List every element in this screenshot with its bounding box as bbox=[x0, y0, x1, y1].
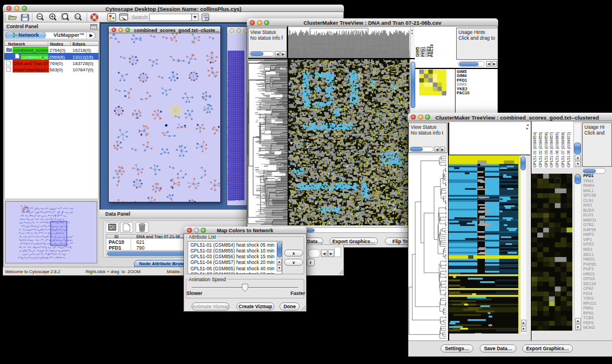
svg-text:GPL51-02 (GSM855): GPL51-02 (GSM855) bbox=[538, 132, 543, 167]
svg-text:GPL51-07 (GSM868): GPL51-07 (GSM868) bbox=[561, 132, 565, 167]
svg-text:GPL51-08 (GSM872): GPL51-08 (GSM872) bbox=[567, 132, 571, 167]
svg-text:GPL51-04 (GSM857): GPL51-04 (GSM857) bbox=[549, 132, 554, 167]
svg-text:GPL51-06 (GSM865): GPL51-06 (GSM865) bbox=[555, 132, 560, 167]
svg-text:1:1: 1:1 bbox=[76, 15, 80, 18]
svg-text:GPL51-01 (GSM854): GPL51-01 (GSM854) bbox=[533, 132, 537, 167]
svg-text:PAC10: PAC10 bbox=[430, 44, 434, 57]
svg-text:GPL51-03 (GSM856): GPL51-03 (GSM856) bbox=[544, 132, 549, 167]
svg-text:Search:: Search: bbox=[132, 14, 148, 20]
